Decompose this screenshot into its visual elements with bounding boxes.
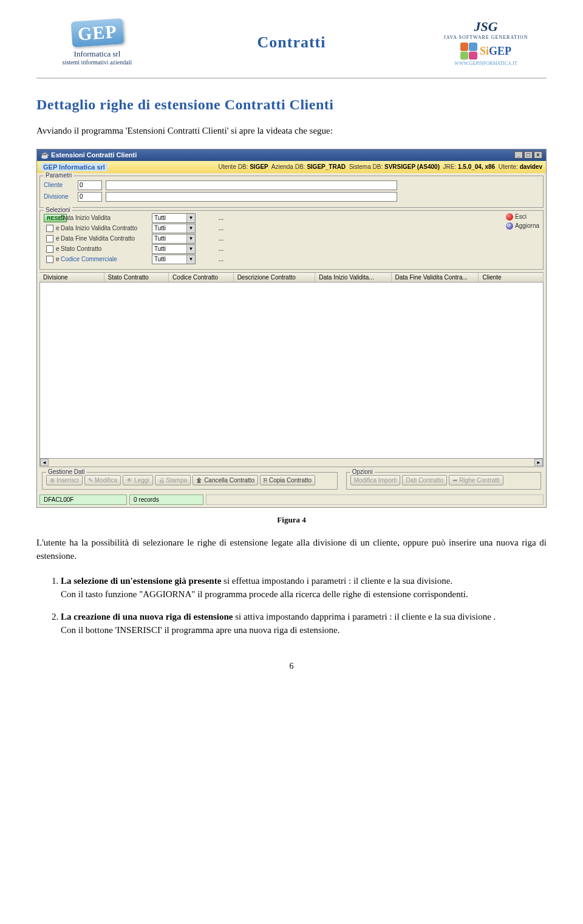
logo-right: JSG JAVA SOFTWARE GENERATION SiGEP WWW.G… [425,12,547,73]
chevron-down-icon: ▼ [186,255,195,264]
checkbox[interactable] [46,245,53,253]
val: davidev [520,163,542,170]
selezioni-fieldset: Selezioni Esci ⟳Aggiorna RESET Data Iniz… [39,210,544,270]
sel-combo[interactable]: Tutti▼ [152,255,196,264]
app-screenshot: ☕ Estensioni Contratti Clienti _ □ × GEP… [36,149,547,508]
val: SIGEP_TRAD [307,163,346,170]
status-bar: DFACL00F 0 records [39,495,544,505]
sel-name: Codice Commerciale [61,256,152,262]
sel-combo[interactable]: Tutti▼ [152,224,196,233]
item1-cont: Con il tasto funzione "AGGIORNA" il prog… [61,589,468,599]
para-after-figure: L'utente ha la possibilità di selezionar… [36,536,547,563]
infobar-brand: GEP Informatica srl [41,163,107,171]
gep-sub1: Informatica srl [74,49,121,59]
close-icon[interactable]: × [534,151,542,159]
item1-bold: La selezione di un'estensione già presen… [61,576,221,586]
dots: ... [200,214,515,221]
item2-text: si attiva impostando dapprima i parametr… [233,612,496,621]
sigep-text: GEP [489,45,511,57]
checkbox[interactable] [46,256,53,263]
col-header[interactable]: Data Fine Validita Contra... [392,273,479,282]
col-header[interactable]: Data Inizio Validita... [315,273,391,282]
checkbox[interactable] [46,225,53,232]
modifica-importi-button[interactable]: Modifica Importi [350,475,401,485]
inserisci-button[interactable]: ⊕ Inserisci [46,475,83,485]
sel-combo[interactable]: Tutti▼ [152,244,196,254]
gep-logo: GEP [70,18,123,47]
righe-contratti-button[interactable]: ➡ Righe Contratti [449,475,503,485]
val: SVRSIGEP (AS400) [384,163,440,170]
sel-name: Data Inizio Validita Contratto [61,225,152,231]
instruction-list: La selezione di un'estensione già presen… [61,574,547,637]
window-title: Estensioni Contratti Clienti [51,151,137,159]
cancella-contratto-button[interactable]: 🗑 Cancella Contratto [193,475,258,485]
col-header[interactable]: Divisione [39,273,104,282]
sel-name: Data Inizio Validita [61,214,152,221]
e-label: e [53,225,60,231]
dots: ... [200,225,515,231]
titlebar: ☕ Estensioni Contratti Clienti _ □ × [37,149,546,161]
cliente-input[interactable]: 0 [78,180,102,190]
window-buttons: _ □ × [514,151,542,159]
jsg-sub: JAVA SOFTWARE GENERATION [444,35,528,40]
grid-columns: Divisione Stato Contratto Codice Contrat… [39,272,544,282]
minimize-icon[interactable]: _ [514,151,523,159]
checkbox[interactable] [46,235,53,242]
divisione-input[interactable]: 0 [78,192,102,202]
infobar: GEP Informatica srl Utente DB: SIGEP Azi… [37,161,546,173]
scroll-right-icon[interactable]: ► [534,459,543,466]
stampa-button[interactable]: 🖨 Stampa [155,475,191,485]
sigep-url: WWW.GEPINFORMATICA.IT [454,61,517,66]
col-header[interactable]: Codice Contratto [169,273,234,282]
sel-combo[interactable]: Tutti▼ [152,213,196,223]
e-label: e [53,256,60,262]
cliente-desc-input[interactable] [106,180,397,190]
opzioni-legend: Opzioni [350,468,375,475]
intro-paragraph: Avviando il programma 'Estensioni Contra… [36,124,547,138]
grid-body[interactable] [39,282,544,459]
dati-contratto-button[interactable]: Dati Contratto [402,475,447,485]
dots: ... [200,235,515,242]
item2-bold: La creazione di una nuova riga di estens… [61,612,233,621]
leggi-button[interactable]: 👁 Leggi [123,475,152,485]
col-header[interactable]: Descrizione Contratto [234,273,316,282]
status-records: 0 records [129,495,203,505]
e-label: e [53,235,60,242]
chevron-down-icon: ▼ [186,245,195,253]
page-header: GEP Informatica srl sistemi informativi … [36,12,547,78]
exit-icon [506,213,513,221]
selezioni-legend: Selezioni [44,207,72,213]
col-header[interactable]: Cliente [479,273,544,282]
aggiorna-label: Aggiorna [515,222,539,229]
jsg-logo: JSG [474,19,497,35]
copia-contratto-button[interactable]: ⎘ Copia Contratto [260,475,315,485]
gestione-dati-legend: Gestione Dati [46,468,87,475]
logo-left: GEP Informatica srl sistemi informativi … [36,12,158,73]
aggiorna-button[interactable]: ⟳Aggiorna [506,222,539,230]
lbl: Sistema DB: [349,163,383,170]
hex-icon [460,43,477,60]
maximize-icon[interactable]: □ [524,151,533,159]
col-header[interactable]: Stato Contratto [104,273,169,282]
gep-sub2: sistemi informativi aziendali [63,59,132,66]
h-scrollbar[interactable]: ◄ ► [39,459,544,467]
divisione-desc-input[interactable] [106,192,397,202]
lbl: Utente DB: [219,163,248,170]
modifica-button[interactable]: ✎ Modifica [84,475,121,485]
scroll-left-icon[interactable]: ◄ [40,459,49,466]
figure-caption: Figura 4 [36,515,547,525]
gestione-dati-fieldset: Gestione Dati ⊕ Inserisci ✎ Modifica 👁 L… [42,472,338,490]
esci-label: Esci [515,213,527,220]
list-item: La creazione di una nuova riga di estens… [61,610,547,637]
list-item: La selezione di un'estensione già presen… [61,574,547,601]
sel-combo[interactable]: Tutti▼ [152,234,196,244]
val: SIGEP [250,163,268,170]
parametri-legend: Parametri [44,172,73,179]
lbl: JRE: [443,163,457,170]
dots: ... [200,256,515,262]
sigep-logo: SiGEP [460,43,511,60]
chevron-down-icon: ▼ [186,214,195,222]
esci-button[interactable]: Esci [506,213,539,221]
refresh-icon: ⟳ [506,222,513,230]
e-label: e [53,245,60,252]
